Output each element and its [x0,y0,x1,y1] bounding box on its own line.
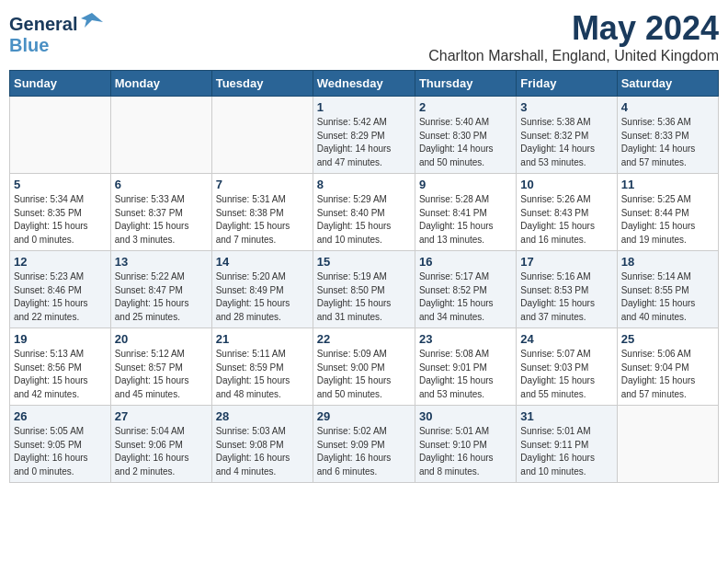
weekday-header-row: SundayMondayTuesdayWednesdayThursdayFrid… [10,71,719,97]
calendar-day-30: 30Sunrise: 5:01 AM Sunset: 9:10 PM Dayli… [415,406,516,483]
calendar-day-29: 29Sunrise: 5:02 AM Sunset: 9:09 PM Dayli… [313,406,415,483]
month-title: May 2024 [428,9,719,48]
calendar-day-24: 24Sunrise: 5:07 AM Sunset: 9:03 PM Dayli… [517,328,617,406]
day-number: 13 [115,255,208,269]
day-info: Sunrise: 5:22 AM Sunset: 8:47 PM Dayligh… [115,270,208,324]
day-info: Sunrise: 5:19 AM Sunset: 8:50 PM Dayligh… [317,270,411,324]
day-info: Sunrise: 5:38 AM Sunset: 8:32 PM Dayligh… [520,116,612,169]
logo-blue: Blue [9,35,49,56]
weekday-header-saturday: Saturday [617,71,718,97]
day-info: Sunrise: 5:04 AM Sunset: 9:06 PM Dayligh… [115,425,208,478]
day-number: 12 [14,255,107,269]
calendar-day-17: 17Sunrise: 5:16 AM Sunset: 8:53 PM Dayli… [517,251,617,328]
calendar-day-25: 25Sunrise: 5:06 AM Sunset: 9:04 PM Dayli… [617,328,718,406]
calendar-day-1: 1Sunrise: 5:42 AM Sunset: 8:29 PM Daylig… [313,97,415,174]
day-number: 2 [419,100,512,114]
day-number: 1 [317,100,411,114]
day-number: 25 [621,332,714,346]
day-number: 29 [317,409,411,423]
day-number: 24 [520,332,612,346]
calendar-day-6: 6Sunrise: 5:33 AM Sunset: 8:37 PM Daylig… [110,174,211,251]
day-info: Sunrise: 5:03 AM Sunset: 9:08 PM Dayligh… [216,425,309,478]
day-info: Sunrise: 5:17 AM Sunset: 8:52 PM Dayligh… [419,270,512,324]
calendar-empty-cell [617,406,718,483]
calendar-table: SundayMondayTuesdayWednesdayThursdayFrid… [9,70,719,483]
calendar-day-12: 12Sunrise: 5:23 AM Sunset: 8:46 PM Dayli… [10,251,111,328]
calendar-week-row: 1Sunrise: 5:42 AM Sunset: 8:29 PM Daylig… [10,97,719,174]
calendar-day-19: 19Sunrise: 5:13 AM Sunset: 8:56 PM Dayli… [10,328,111,406]
day-number: 14 [216,255,309,269]
day-number: 5 [14,178,107,191]
calendar-day-16: 16Sunrise: 5:17 AM Sunset: 8:52 PM Dayli… [415,251,516,328]
day-number: 26 [14,409,107,423]
day-info: Sunrise: 5:33 AM Sunset: 8:37 PM Dayligh… [115,193,208,247]
calendar-day-27: 27Sunrise: 5:04 AM Sunset: 9:06 PM Dayli… [110,406,211,483]
weekday-header-sunday: Sunday [10,71,111,97]
calendar-empty-cell [211,97,313,174]
day-number: 21 [216,332,309,346]
calendar-week-row: 26Sunrise: 5:05 AM Sunset: 9:05 PM Dayli… [10,406,719,483]
day-info: Sunrise: 5:20 AM Sunset: 8:49 PM Dayligh… [216,270,309,324]
calendar-day-26: 26Sunrise: 5:05 AM Sunset: 9:05 PM Dayli… [10,406,111,483]
day-info: Sunrise: 5:11 AM Sunset: 8:59 PM Dayligh… [216,348,309,401]
calendar-day-8: 8Sunrise: 5:29 AM Sunset: 8:40 PM Daylig… [313,174,415,251]
day-info: Sunrise: 5:42 AM Sunset: 8:29 PM Dayligh… [317,116,411,169]
day-info: Sunrise: 5:28 AM Sunset: 8:41 PM Dayligh… [419,193,512,247]
day-number: 28 [216,409,309,423]
calendar-day-7: 7Sunrise: 5:31 AM Sunset: 8:38 PM Daylig… [211,174,313,251]
weekday-header-wednesday: Wednesday [313,71,415,97]
calendar-day-18: 18Sunrise: 5:14 AM Sunset: 8:55 PM Dayli… [617,251,718,328]
day-info: Sunrise: 5:06 AM Sunset: 9:04 PM Dayligh… [621,348,714,401]
day-number: 31 [520,409,612,423]
day-number: 10 [520,178,612,191]
calendar-week-row: 12Sunrise: 5:23 AM Sunset: 8:46 PM Dayli… [10,251,719,328]
day-number: 16 [419,255,512,269]
day-number: 15 [317,255,411,269]
calendar-week-row: 19Sunrise: 5:13 AM Sunset: 8:56 PM Dayli… [10,328,719,406]
logo-general: General [9,14,77,34]
day-info: Sunrise: 5:36 AM Sunset: 8:33 PM Dayligh… [621,116,714,169]
day-number: 9 [419,178,512,191]
calendar-day-3: 3Sunrise: 5:38 AM Sunset: 8:32 PM Daylig… [517,97,617,174]
calendar-day-14: 14Sunrise: 5:20 AM Sunset: 8:49 PM Dayli… [211,251,313,328]
calendar-day-28: 28Sunrise: 5:03 AM Sunset: 9:08 PM Dayli… [211,406,313,483]
day-number: 3 [520,100,612,114]
calendar-day-9: 9Sunrise: 5:28 AM Sunset: 8:41 PM Daylig… [415,174,516,251]
calendar-day-4: 4Sunrise: 5:36 AM Sunset: 8:33 PM Daylig… [617,97,718,174]
day-number: 18 [621,255,714,269]
weekday-header-monday: Monday [110,71,211,97]
calendar-day-20: 20Sunrise: 5:12 AM Sunset: 8:57 PM Dayli… [110,328,211,406]
day-number: 23 [419,332,512,346]
day-number: 6 [115,178,208,191]
day-info: Sunrise: 5:34 AM Sunset: 8:35 PM Dayligh… [14,193,107,247]
calendar-day-2: 2Sunrise: 5:40 AM Sunset: 8:30 PM Daylig… [415,97,516,174]
day-info: Sunrise: 5:23 AM Sunset: 8:46 PM Dayligh… [14,270,107,324]
day-info: Sunrise: 5:14 AM Sunset: 8:55 PM Dayligh… [621,270,714,324]
day-info: Sunrise: 5:31 AM Sunset: 8:38 PM Dayligh… [216,193,309,247]
location-title: Charlton Marshall, England, United Kingd… [428,48,719,64]
page-header: General Blue May 2024 Charlton Marshall,… [9,9,719,64]
svg-marker-0 [81,13,103,28]
day-number: 4 [621,100,714,114]
calendar-day-23: 23Sunrise: 5:08 AM Sunset: 9:01 PM Dayli… [415,328,516,406]
calendar-day-5: 5Sunrise: 5:34 AM Sunset: 8:35 PM Daylig… [10,174,111,251]
calendar-empty-cell [110,97,211,174]
logo-bird-icon [79,9,105,35]
calendar-day-21: 21Sunrise: 5:11 AM Sunset: 8:59 PM Dayli… [211,328,313,406]
day-number: 17 [520,255,612,269]
day-info: Sunrise: 5:01 AM Sunset: 9:11 PM Dayligh… [520,425,612,478]
day-info: Sunrise: 5:16 AM Sunset: 8:53 PM Dayligh… [520,270,612,324]
day-number: 7 [216,178,309,191]
day-info: Sunrise: 5:02 AM Sunset: 9:09 PM Dayligh… [317,425,411,478]
calendar-day-15: 15Sunrise: 5:19 AM Sunset: 8:50 PM Dayli… [313,251,415,328]
day-info: Sunrise: 5:40 AM Sunset: 8:30 PM Dayligh… [419,116,512,169]
calendar-day-31: 31Sunrise: 5:01 AM Sunset: 9:11 PM Dayli… [517,406,617,483]
calendar-day-10: 10Sunrise: 5:26 AM Sunset: 8:43 PM Dayli… [517,174,617,251]
weekday-header-thursday: Thursday [415,71,516,97]
day-info: Sunrise: 5:09 AM Sunset: 9:00 PM Dayligh… [317,348,411,401]
day-info: Sunrise: 5:25 AM Sunset: 8:44 PM Dayligh… [621,193,714,247]
day-number: 8 [317,178,411,191]
day-info: Sunrise: 5:13 AM Sunset: 8:56 PM Dayligh… [14,348,107,401]
weekday-header-tuesday: Tuesday [211,71,313,97]
calendar-week-row: 5Sunrise: 5:34 AM Sunset: 8:35 PM Daylig… [10,174,719,251]
